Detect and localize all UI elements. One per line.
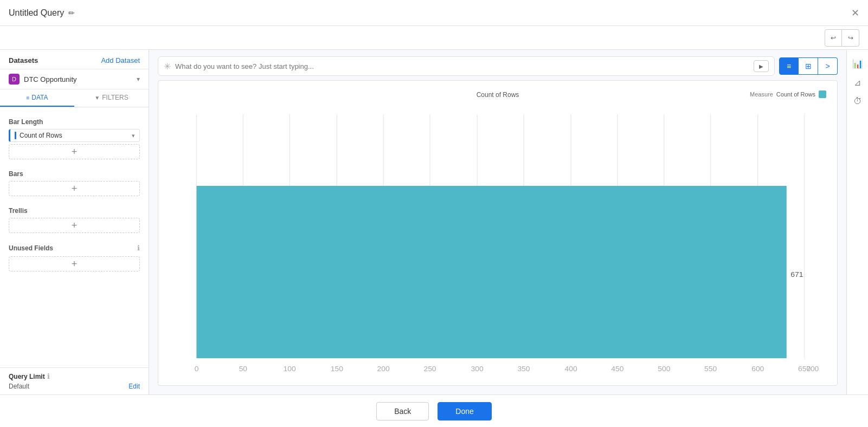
query-limit-header: Query Limit ℹ — [9, 372, 140, 380]
ai-search-bar: ✳ ▶ — [158, 56, 775, 76]
svg-text:50: 50 — [239, 365, 247, 373]
run-query-button[interactable]: ▶ — [754, 60, 769, 72]
sidebar-tabs: ≡ DATA ▼ FILTERS — [0, 89, 149, 107]
query-limit-section: Query Limit ℹ Default Edit — [0, 367, 149, 394]
tab-data[interactable]: ≡ DATA — [0, 89, 74, 107]
svg-text:0: 0 — [195, 365, 199, 373]
bar-chart-container: 0 50 100 150 200 250 300 350 400 450 500… — [169, 101, 826, 374]
dataset-chevron-icon[interactable]: ▾ — [137, 75, 140, 83]
query-limit-info-icon[interactable]: ℹ — [47, 372, 50, 380]
undo-button[interactable]: ↩ — [825, 29, 842, 47]
bar-rect — [197, 186, 787, 358]
unused-fields-section: Unused Fields ℹ — [0, 240, 149, 254]
main-layout: Datasets Add Dataset D DTC Opportunity ▾… — [0, 50, 868, 394]
datasets-header: Datasets Add Dataset — [0, 50, 149, 69]
add-unused-button[interactable]: + — [9, 256, 140, 271]
chart-spacer-left — [169, 89, 388, 99]
tab-filters[interactable]: ▼ FILTERS — [74, 89, 149, 107]
ai-sparkle-icon: ✳ — [164, 61, 171, 72]
bar-length-section: Bar Length Count of Rows ▾ + — [0, 114, 149, 166]
view-type-buttons: ≡ ⊞ > — [779, 57, 838, 75]
pivot-icon[interactable]: ⊿ — [854, 77, 861, 88]
svg-text:700: 700 — [806, 365, 819, 373]
legend-text: Count of Rows — [776, 91, 815, 98]
add-bar-length-button[interactable]: + — [9, 144, 140, 159]
add-dataset-button[interactable]: Add Dataset — [101, 56, 140, 64]
count-of-rows-field[interactable]: Count of Rows ▾ — [9, 129, 140, 142]
trellis-label: Trellis — [0, 205, 149, 218]
back-button[interactable]: Back — [376, 402, 429, 420]
chart-view-icon: ≡ — [787, 62, 791, 70]
sidebar-content: Bar Length Count of Rows ▾ + Bars + — [0, 107, 149, 367]
edit-title-icon[interactable]: ✏ — [68, 9, 75, 17]
dataset-item: D DTC Opportunity ▾ — [0, 69, 149, 89]
add-bars-icon: + — [72, 183, 78, 195]
add-bars-button[interactable]: + — [9, 181, 140, 196]
legend-swatch — [819, 90, 826, 98]
chart-area: ✳ ▶ ≡ ⊞ > — [149, 50, 846, 394]
svg-text:250: 250 — [423, 365, 436, 373]
default-label: Default — [9, 383, 29, 390]
chart-inner: Count of Rows Measure Count of Rows — [158, 81, 837, 385]
svg-text:200: 200 — [377, 365, 390, 373]
done-button[interactable]: Done — [438, 402, 491, 420]
dataset-name: DTC Opportunity — [24, 75, 132, 83]
header-left: Untitled Query ✏ — [9, 8, 75, 18]
filters-tab-label: FILTERS — [102, 94, 128, 101]
chart-toolbar: ✳ ▶ ≡ ⊞ > — [158, 56, 838, 76]
ai-search-input[interactable] — [175, 62, 749, 70]
bar-chart-svg: 0 50 100 150 200 250 300 350 400 450 500… — [169, 101, 826, 374]
table-view-icon: ⊞ — [805, 62, 812, 70]
chart-title-text: Count of Rows — [477, 91, 519, 99]
chart-legend: Measure Count of Rows — [607, 89, 826, 99]
code-view-button[interactable]: > — [818, 57, 838, 75]
svg-text:500: 500 — [658, 365, 670, 373]
bars-section: Bars + — [0, 166, 149, 203]
chart-header: Count of Rows Measure Count of Rows — [169, 89, 826, 99]
sidebar: Datasets Add Dataset D DTC Opportunity ▾… — [0, 50, 149, 394]
svg-text:450: 450 — [611, 365, 623, 373]
data-tab-label: DATA — [31, 94, 48, 101]
close-button[interactable]: ✕ — [851, 7, 859, 19]
dataset-icon: D — [9, 74, 20, 85]
bar-value-label: 671 — [790, 270, 803, 279]
toolbar-row: ↩ ↪ — [0, 26, 868, 50]
measure-label: Measure — [750, 91, 773, 98]
add-icon: + — [72, 146, 78, 158]
svg-text:350: 350 — [517, 365, 530, 373]
svg-text:300: 300 — [471, 365, 484, 373]
chart-type-icon[interactable]: 📊 — [852, 59, 863, 69]
chart-title: Count of Rows — [388, 89, 607, 99]
datasets-label: Datasets — [9, 56, 38, 64]
query-limit-label: Query Limit — [9, 373, 45, 380]
svg-text:600: 600 — [751, 365, 764, 373]
schedule-icon[interactable]: ⏱ — [853, 96, 862, 106]
field-pill-text: Count of Rows — [20, 132, 128, 139]
bar-length-label: Bar Length — [0, 116, 149, 129]
table-view-button[interactable]: ⊞ — [799, 57, 818, 75]
default-row: Default Edit — [9, 383, 140, 390]
right-sidebar: 📊 ⊿ ⏱ — [846, 50, 868, 394]
footer: Back Done — [0, 394, 868, 427]
filters-tab-icon: ▼ — [94, 95, 100, 101]
chart-view-button[interactable]: ≡ — [779, 57, 799, 75]
edit-query-limit-button[interactable]: Edit — [128, 383, 140, 390]
svg-text:100: 100 — [284, 365, 296, 373]
undo-redo-group: ↩ ↪ — [825, 29, 859, 47]
unused-fields-info-icon[interactable]: ℹ — [137, 244, 140, 252]
add-unused-icon: + — [72, 258, 78, 270]
unused-fields-label: Unused Fields — [9, 244, 53, 252]
svg-text:550: 550 — [704, 365, 717, 373]
code-view-icon: > — [825, 62, 830, 70]
add-trellis-button[interactable]: + — [9, 218, 140, 233]
header: Untitled Query ✏ ✕ — [0, 0, 868, 26]
bars-label: Bars — [0, 168, 149, 181]
add-trellis-icon: + — [72, 220, 78, 231]
page-title: Untitled Query — [9, 8, 64, 18]
data-tab-icon: ≡ — [26, 95, 29, 101]
field-chevron-icon[interactable]: ▾ — [132, 132, 135, 139]
svg-text:400: 400 — [565, 365, 577, 373]
redo-button[interactable]: ↪ — [842, 29, 859, 47]
field-color-indicator — [15, 132, 16, 139]
chart-wrapper: Count of Rows Measure Count of Rows — [158, 80, 838, 386]
